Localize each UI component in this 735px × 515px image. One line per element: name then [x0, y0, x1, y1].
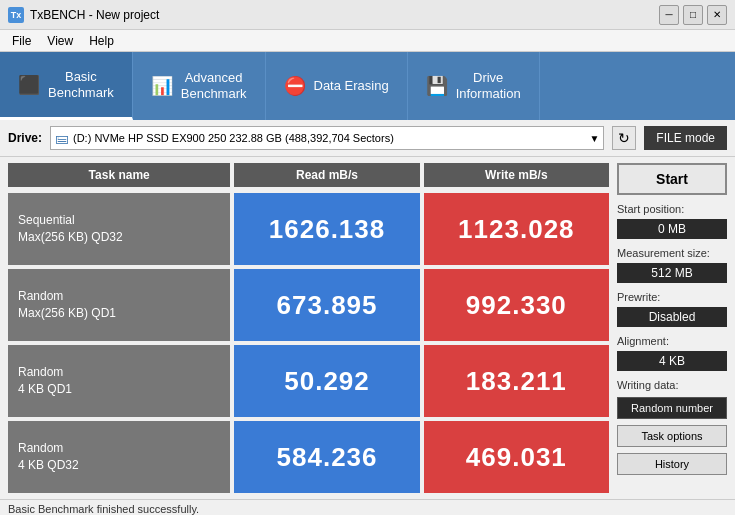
tab-advanced-label: AdvancedBenchmark	[181, 70, 247, 101]
row-4-label: Random4 KB QD32	[8, 421, 230, 493]
prewrite-label: Prewrite:	[617, 291, 727, 303]
start-position-label: Start position:	[617, 203, 727, 215]
close-button[interactable]: ✕	[707, 5, 727, 25]
tab-basic-label: BasicBenchmark	[48, 69, 114, 100]
data-erasing-icon: ⛔	[284, 75, 306, 97]
table-row: SequentialMax(256 KB) QD32 1626.138 1123…	[8, 193, 609, 265]
measurement-size-label: Measurement size:	[617, 247, 727, 259]
row-2-label: RandomMax(256 KB) QD1	[8, 269, 230, 341]
content-area: Drive: 🖴 (D:) NVMe HP SSD EX900 250 232.…	[0, 120, 735, 515]
task-options-button[interactable]: Task options	[617, 425, 727, 447]
maximize-button[interactable]: □	[683, 5, 703, 25]
col-header-write: Write mB/s	[424, 163, 609, 187]
row-4-read: 584.236	[234, 421, 419, 493]
row-2-read: 673.895	[234, 269, 419, 341]
benchmark-table: Task name Read mB/s Write mB/s Sequentia…	[8, 163, 609, 493]
table-row: Random4 KB QD32 584.236 469.031	[8, 421, 609, 493]
row-1-label: SequentialMax(256 KB) QD32	[8, 193, 230, 265]
drive-select[interactable]: 🖴 (D:) NVMe HP SSD EX900 250 232.88 GB (…	[50, 126, 604, 150]
alignment-label: Alignment:	[617, 335, 727, 347]
file-mode-button[interactable]: FILE mode	[644, 126, 727, 150]
title-bar: Tx TxBENCH - New project ─ □ ✕	[0, 0, 735, 30]
row-2-write: 992.330	[424, 269, 609, 341]
writing-data-label: Writing data:	[617, 379, 727, 391]
status-message: Basic Benchmark finished successfully.	[8, 503, 199, 515]
menu-help[interactable]: Help	[81, 32, 122, 50]
row-4-write: 469.031	[424, 421, 609, 493]
col-header-read: Read mB/s	[234, 163, 419, 187]
table-row: Random4 KB QD1 50.292 183.211	[8, 345, 609, 417]
tab-basic-benchmark[interactable]: ⬛ BasicBenchmark	[0, 52, 133, 120]
start-position-value: 0 MB	[617, 219, 727, 239]
row-3-write: 183.211	[424, 345, 609, 417]
row-1-write: 1123.028	[424, 193, 609, 265]
chevron-down-icon: ▼	[589, 133, 599, 144]
tab-drive-label: DriveInformation	[456, 70, 521, 101]
drive-bar: Drive: 🖴 (D:) NVMe HP SSD EX900 250 232.…	[0, 120, 735, 157]
drive-information-icon: 💾	[426, 75, 448, 97]
menu-view[interactable]: View	[39, 32, 81, 50]
drive-selected-value: (D:) NVMe HP SSD EX900 250 232.88 GB (48…	[73, 132, 394, 144]
status-bar: Basic Benchmark finished successfully.	[0, 499, 735, 515]
tab-drive-information[interactable]: 💾 DriveInformation	[408, 52, 540, 120]
minimize-button[interactable]: ─	[659, 5, 679, 25]
tab-data-erasing[interactable]: ⛔ Data Erasing	[266, 52, 408, 120]
advanced-benchmark-icon: 📊	[151, 75, 173, 97]
basic-benchmark-icon: ⬛	[18, 74, 40, 96]
refresh-button[interactable]: ↻	[612, 126, 636, 150]
prewrite-value: Disabled	[617, 307, 727, 327]
right-panel: Start Start position: 0 MB Measurement s…	[617, 163, 727, 493]
drive-icon: 🖴	[55, 130, 69, 146]
history-button[interactable]: History	[617, 453, 727, 475]
start-button[interactable]: Start	[617, 163, 727, 195]
writing-data-button[interactable]: Random number	[617, 397, 727, 419]
menu-file[interactable]: File	[4, 32, 39, 50]
app-icon: Tx	[8, 7, 24, 23]
row-3-read: 50.292	[234, 345, 419, 417]
table-row: RandomMax(256 KB) QD1 673.895 992.330	[8, 269, 609, 341]
col-header-task: Task name	[8, 163, 230, 187]
table-header: Task name Read mB/s Write mB/s	[8, 163, 609, 187]
window-title: TxBENCH - New project	[30, 8, 159, 22]
toolbar: ⬛ BasicBenchmark 📊 AdvancedBenchmark ⛔ D…	[0, 52, 735, 120]
menu-bar: File View Help	[0, 30, 735, 52]
row-1-read: 1626.138	[234, 193, 419, 265]
tab-advanced-benchmark[interactable]: 📊 AdvancedBenchmark	[133, 52, 266, 120]
main-area: Task name Read mB/s Write mB/s Sequentia…	[0, 157, 735, 499]
tab-erase-label: Data Erasing	[314, 78, 389, 94]
measurement-size-value: 512 MB	[617, 263, 727, 283]
row-3-label: Random4 KB QD1	[8, 345, 230, 417]
alignment-value: 4 KB	[617, 351, 727, 371]
window-controls: ─ □ ✕	[659, 5, 727, 25]
drive-label: Drive:	[8, 131, 42, 145]
